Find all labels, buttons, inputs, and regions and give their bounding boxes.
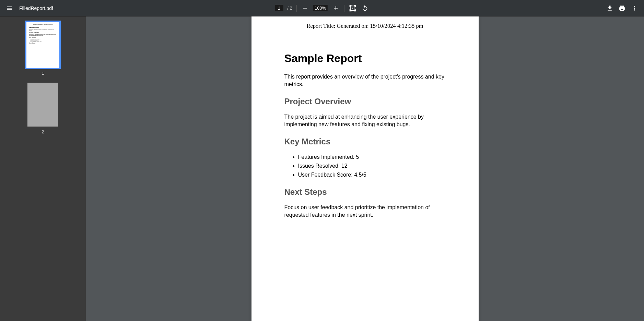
section-overview-body: The project is aimed at enhancing the us… [284, 113, 446, 129]
content: Report Title: Generated on: 15/10/2024 4… [0, 16, 644, 321]
list-item: User Feedback Score: 4.5/5 [298, 171, 446, 179]
list-item: Issues Resolved: 12 [298, 162, 446, 170]
document-intro: This report provides an overview of the … [284, 73, 446, 88]
toolbar: FilledReport.pdf / 2 [0, 0, 644, 16]
thumbnail-container: 2 [27, 83, 58, 134]
fit-to-page-icon[interactable] [349, 4, 357, 12]
thumbnail-number: 1 [42, 71, 44, 76]
section-metrics-title: Key Metrics [284, 137, 446, 146]
page-header: Report Title: Generated on: 15/10/2024 4… [251, 16, 479, 29]
download-icon[interactable] [606, 4, 614, 12]
page: Report Title: Generated on: 15/10/2024 4… [251, 16, 479, 321]
section-next-title: Next Steps [284, 187, 446, 197]
thumbnail-page-2[interactable] [27, 83, 58, 127]
menu-icon[interactable] [5, 4, 14, 12]
thumbnail-page-1[interactable]: Report Title: Generated on: 15/10/2024 4… [26, 22, 59, 68]
divider [296, 5, 297, 12]
thumbnail-number: 2 [42, 129, 44, 134]
file-name: FilledReport.pdf [19, 5, 53, 11]
more-icon[interactable] [630, 4, 639, 12]
toolbar-right [606, 4, 639, 12]
list-item: Features Implemented: 5 [298, 153, 446, 161]
toolbar-left: FilledReport.pdf [5, 4, 53, 12]
thumbnail-container: Report Title: Generated on: 15/10/2024 4… [26, 22, 59, 76]
zoom-in-icon[interactable] [332, 4, 340, 12]
thumbnail-sidebar: Report Title: Generated on: 15/10/2024 4… [0, 16, 86, 321]
page-body: Sample Report This report provides an ov… [251, 29, 479, 241]
zoom-level-input[interactable] [313, 5, 328, 11]
rotate-icon[interactable] [361, 4, 369, 12]
main-viewer[interactable]: Report Title: Generated on: 15/10/2024 4… [86, 16, 644, 321]
page-total: / 2 [287, 5, 292, 11]
document-title: Sample Report [284, 52, 446, 65]
toolbar-center: / 2 [275, 4, 369, 12]
metrics-list: Features Implemented: 5 Issues Resolved:… [284, 153, 446, 179]
section-overview-title: Project Overview [284, 97, 446, 106]
section-next-body: Focus on user feedback and prioritize th… [284, 204, 446, 219]
zoom-out-icon[interactable] [301, 4, 309, 12]
divider [344, 5, 344, 12]
print-icon[interactable] [618, 4, 626, 12]
page-number-input[interactable] [275, 5, 283, 11]
